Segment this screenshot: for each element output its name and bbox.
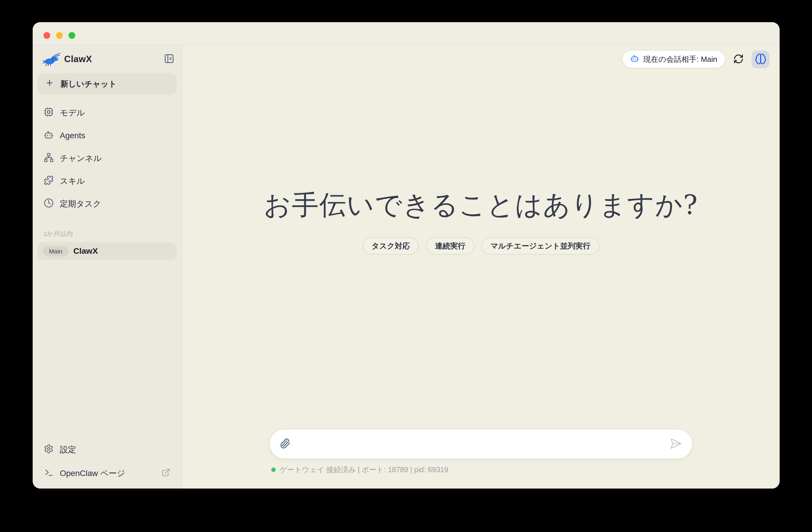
sidebar-item-label: Agents xyxy=(60,131,85,140)
sidebar-item-label: 定期タスク xyxy=(60,198,101,210)
message-input[interactable] xyxy=(291,430,670,458)
panel-left-collapse-icon xyxy=(164,53,174,65)
traffic-lights xyxy=(43,32,75,39)
sidebar-item-label: モデル xyxy=(60,107,85,118)
network-icon xyxy=(44,153,54,164)
minimize-window-button[interactable] xyxy=(56,32,63,39)
zoom-window-button[interactable] xyxy=(69,32,75,39)
bot-icon xyxy=(630,54,639,65)
chat-history-item-clawx[interactable]: Main ClawX xyxy=(37,242,177,260)
collapse-sidebar-button[interactable] xyxy=(163,53,176,66)
status-dot-icon xyxy=(271,468,276,472)
bot-icon xyxy=(44,130,54,142)
send-button[interactable] xyxy=(670,437,682,451)
suggestion-chips: タスク対応 連続実行 マルチエージェント並列実行 xyxy=(182,237,780,255)
close-window-button[interactable] xyxy=(43,32,50,39)
brain-icon xyxy=(755,53,767,66)
send-icon xyxy=(670,437,682,451)
sidebar-item-label: OpenClaw ページ xyxy=(60,468,125,479)
sidebar-item-channels[interactable]: チャンネル xyxy=(37,148,177,169)
desktop-background: ClawX 新しいチャット xyxy=(0,0,812,532)
header-controls: 現在の会話相手: Main xyxy=(622,50,769,68)
sidebar-item-label: チャンネル xyxy=(60,153,102,164)
new-chat-label: 新しいチャット xyxy=(60,79,117,89)
sidebar: ClawX 新しいチャット xyxy=(33,45,182,489)
sidebar-item-skills[interactable]: スキル xyxy=(37,171,177,192)
plus-icon xyxy=(45,78,54,89)
chat-main: 現在の会話相手: Main xyxy=(182,45,780,489)
sidebar-item-label: スキル xyxy=(60,176,85,187)
sidebar-item-settings[interactable]: 設定 xyxy=(37,439,177,460)
refresh-button[interactable] xyxy=(732,53,745,66)
hero-section: お手伝いできることはありますか? タスク対応 連続実行 マルチエージェント並列実… xyxy=(182,190,780,255)
clawx-lobster-logo-icon xyxy=(43,52,61,66)
current-partner-button[interactable]: 現在の会話相手: Main xyxy=(622,50,725,68)
sidebar-item-openclaw-page[interactable]: OpenClaw ページ xyxy=(37,463,177,484)
brain-button[interactable] xyxy=(752,51,769,68)
app-window: ClawX 新しいチャット xyxy=(33,22,780,489)
sidebar-item-agents[interactable]: Agents xyxy=(37,125,177,146)
chip-multi-agent-parallel[interactable]: マルチエージェント並列実行 xyxy=(481,237,599,255)
refresh-icon xyxy=(733,54,744,65)
sidebar-spacer xyxy=(37,260,177,439)
chip-continuous-run[interactable]: 連続実行 xyxy=(426,237,474,255)
sidebar-item-label: 設定 xyxy=(60,444,76,455)
attach-button[interactable] xyxy=(280,438,291,450)
history-section-label: 1か月以内 xyxy=(37,230,177,238)
new-chat-button[interactable]: 新しいチャット xyxy=(37,73,177,95)
sidebar-header: ClawX xyxy=(37,45,177,73)
gateway-status: ゲートウェイ 接続済み | ポート: 18789 | pid: 69319 xyxy=(270,465,692,475)
chat-item-title: ClawX xyxy=(73,246,98,256)
chip-task-support[interactable]: タスク対応 xyxy=(363,237,419,255)
paperclip-icon xyxy=(280,438,291,450)
cpu-icon xyxy=(44,107,54,119)
puzzle-icon xyxy=(44,175,54,187)
external-link-icon xyxy=(162,468,170,479)
gear-icon xyxy=(44,444,54,456)
sidebar-item-scheduled-tasks[interactable]: 定期タスク xyxy=(37,193,177,214)
greeting-heading: お手伝いできることはありますか? xyxy=(182,190,780,220)
terminal-icon xyxy=(44,468,54,479)
current-partner-label: 現在の会話相手: Main xyxy=(643,54,717,64)
clock-icon xyxy=(44,198,54,210)
app-title: ClawX xyxy=(64,54,92,64)
sidebar-item-models[interactable]: モデル xyxy=(37,102,177,124)
titlebar xyxy=(33,22,780,45)
composer xyxy=(270,429,692,459)
main-agent-badge: Main xyxy=(43,246,69,256)
sidebar-nav: モデル Agents xyxy=(37,102,177,214)
status-text: ゲートウェイ 接続済み | ポート: 18789 | pid: 69319 xyxy=(280,465,448,475)
sidebar-footer: 設定 OpenClaw ページ xyxy=(37,439,177,484)
